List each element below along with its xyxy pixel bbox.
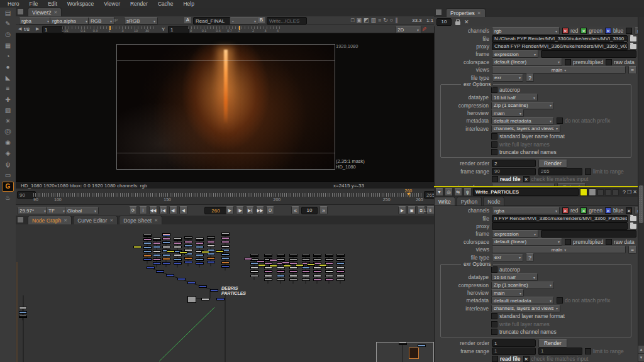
premultiplied-checkbox[interactable]: premultiplied (565, 239, 603, 245)
node[interactable] (336, 275, 345, 277)
node[interactable] (221, 265, 230, 268)
no-prefix-checkbox[interactable]: do not attach prefix (557, 297, 610, 304)
node[interactable] (289, 270, 297, 273)
fps-select[interactable]: 29.97*▾ (17, 207, 48, 214)
node[interactable] (162, 254, 170, 256)
file-type-help-button[interactable]: ? (526, 253, 534, 261)
viewer-display-select[interactable]: RGB▾ (88, 17, 114, 25)
node[interactable] (313, 275, 321, 277)
toolsets-icon[interactable]: ψ (3, 160, 13, 169)
node[interactable] (174, 246, 182, 248)
3d-icon[interactable]: ▧ (3, 106, 13, 115)
node[interactable] (250, 266, 258, 269)
node[interactable] (187, 282, 196, 284)
metadata-select[interactable]: default metadata▾ (491, 117, 554, 124)
node[interactable] (258, 264, 266, 266)
viewer-refresh-icon[interactable]: ↻ (383, 18, 388, 23)
transform-icon[interactable]: ✚ (3, 96, 13, 104)
viewer-layer-select[interactable]: rgba.alpha▾ (50, 17, 90, 25)
node[interactable] (147, 266, 155, 269)
views-select[interactable]: main▾ (492, 246, 626, 253)
read-file-checkbox[interactable]: read file (492, 176, 521, 182)
node[interactable] (302, 254, 310, 257)
autocrop-checkbox[interactable]: autocrop (491, 266, 520, 273)
gamma-input[interactable]: 1 (168, 26, 189, 33)
channel-blue-checkbox[interactable]: ✕blue (605, 207, 623, 214)
prev-keyframe-button[interactable]: I◀ (159, 206, 167, 214)
heroview-select[interactable]: main▾ (491, 289, 524, 297)
pane-menu-icon[interactable] (435, 9, 442, 16)
viewer-wipe-icon[interactable]: ◩ (364, 18, 369, 23)
pane-menu-icon[interactable] (17, 216, 24, 223)
node[interactable] (325, 270, 333, 273)
node[interactable] (143, 242, 152, 244)
node[interactable] (162, 238, 170, 240)
node[interactable] (196, 258, 204, 261)
proxy-input[interactable]: Cheah FYP Render/MVI_3360/nuke/renders/M… (492, 43, 628, 50)
close-icon[interactable]: ✕ (54, 10, 58, 15)
node[interactable] (143, 246, 152, 249)
channel-green-checkbox[interactable]: ✕green (580, 28, 602, 34)
truncate-channel-checkbox[interactable]: truncate channel names (491, 329, 557, 335)
node[interactable] (257, 260, 265, 263)
gain-input[interactable]: 1 (42, 26, 64, 33)
node[interactable] (250, 275, 258, 277)
node[interactable] (313, 266, 321, 269)
tab-write[interactable]: Write (434, 197, 455, 206)
frame-mode-select[interactable]: expression▾ (492, 50, 538, 58)
node[interactable] (336, 258, 345, 261)
menu-viewer[interactable]: Viewer (99, 1, 125, 7)
node[interactable] (153, 254, 161, 256)
node[interactable] (244, 258, 252, 260)
node[interactable] (319, 264, 327, 266)
channel-alpha-checkbox[interactable]: ✕ (626, 207, 632, 214)
file-input[interactable]: N:/Cheah FYP Render/MVI_3360/nuke/render… (492, 35, 628, 43)
render-button[interactable]: Render (538, 160, 567, 168)
node[interactable] (264, 275, 272, 277)
viewer-ratio-value[interactable]: 1:1 (426, 18, 433, 23)
file-browse-button[interactable] (630, 216, 636, 221)
node[interactable] (221, 241, 230, 243)
node[interactable] (162, 262, 170, 265)
node[interactable] (19, 307, 27, 309)
file-type-select[interactable]: exr▾ (492, 254, 523, 261)
raw-data-checkbox[interactable]: raw data (606, 239, 635, 245)
current-frame-display[interactable]: 260 (204, 207, 227, 214)
node[interactable] (143, 258, 152, 261)
menu-help[interactable]: Help (178, 1, 199, 7)
node[interactable] (162, 241, 170, 244)
node[interactable] (196, 254, 204, 256)
fstop-right-arrow-icon[interactable]: ▶ (36, 26, 39, 31)
check-file-matches-checkbox[interactable]: ✕check file matches input (523, 176, 589, 182)
node[interactable] (282, 261, 290, 264)
viewer-channel-select[interactable]: rgba▾ (19, 17, 52, 25)
frame-expression-input[interactable] (541, 50, 636, 58)
node[interactable] (289, 278, 297, 281)
colorspace-select[interactable]: default (linear)▾ (492, 58, 562, 66)
backdrop-node[interactable] (376, 342, 434, 362)
viewer-layers-icon[interactable]: ≡ (378, 18, 381, 23)
node-help-button[interactable]: ◎ (445, 188, 453, 196)
node[interactable] (210, 289, 218, 292)
proxy-browse-button[interactable] (630, 44, 636, 49)
channel-blue-checkbox[interactable]: ✕blue (605, 28, 623, 34)
limit-to-range-checkbox[interactable]: limit to range (585, 168, 624, 175)
filter-icon[interactable]: ● (3, 63, 13, 72)
close-icon[interactable]: ✕ (64, 218, 67, 223)
timeline-ruler[interactable]: 90100150200250265260 (33, 189, 422, 204)
decrement-button[interactable]: « (291, 206, 299, 214)
float-panel-button[interactable]: ⇆ (454, 188, 462, 196)
node[interactable] (221, 237, 230, 239)
views-split-button[interactable]: = (628, 66, 636, 74)
frame-range-button[interactable]: O (266, 206, 274, 214)
node-name-input[interactable]: Write_PARTICLES (473, 188, 579, 196)
node[interactable] (19, 315, 27, 318)
max-panels-input[interactable]: 10 (436, 18, 452, 26)
node[interactable] (221, 233, 230, 236)
node[interactable] (336, 266, 345, 269)
keyer-icon[interactable]: ◣ (3, 74, 13, 82)
node[interactable] (166, 274, 174, 277)
node[interactable] (325, 254, 333, 257)
views-split-button[interactable]: = (628, 246, 636, 254)
channels-select[interactable]: rgb▾ (492, 27, 560, 35)
